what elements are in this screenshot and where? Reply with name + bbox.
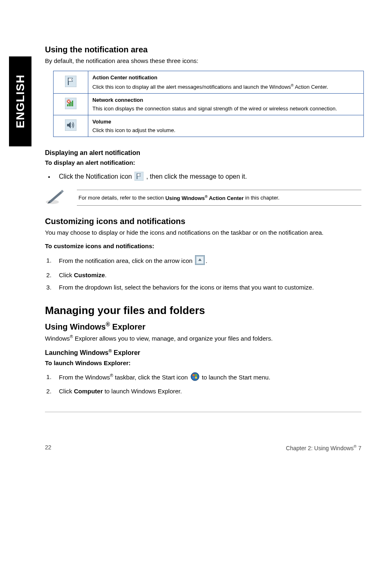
pen-note-icon bbox=[45, 189, 77, 207]
launch-heading: Launching Windows® Explorer bbox=[45, 348, 361, 357]
launch-sub: To launch Windows Explorer: bbox=[45, 359, 361, 366]
notification-icons-table: Action Center notification Click this ic… bbox=[53, 71, 364, 137]
svg-rect-17 bbox=[193, 374, 195, 376]
volume-desc: Click this icon to adjust the volume. bbox=[92, 127, 175, 133]
customize-heading: Customizing icons and notifications bbox=[45, 217, 361, 226]
launch-steps: From the Windows® taskbar, click the Sta… bbox=[45, 372, 361, 396]
table-row: Volume Click this icon to adjust the vol… bbox=[54, 115, 364, 137]
customize-sub: To customize icons and notifications: bbox=[45, 242, 361, 249]
action-center-desc-cell: Action Center notification Click this ic… bbox=[88, 71, 364, 93]
svg-rect-19 bbox=[193, 377, 195, 379]
svg-rect-6 bbox=[72, 101, 73, 106]
notification-area-heading: Using the notification area bbox=[45, 45, 361, 54]
action-center-title: Action Center notification bbox=[92, 74, 359, 81]
chapter-label: Chapter 2: Using Windows® 7 bbox=[286, 444, 361, 451]
action-center-icon-cell bbox=[54, 71, 88, 93]
list-item: From the Windows® taskbar, click the Sta… bbox=[53, 372, 361, 383]
volume-desc-cell: Volume Click this icon to adjust the vol… bbox=[88, 115, 364, 137]
bullet-icon bbox=[48, 176, 50, 178]
svg-rect-5 bbox=[70, 102, 72, 106]
language-tab-label: ENGLISH bbox=[14, 74, 27, 128]
footer-rule bbox=[45, 412, 361, 412]
note-text: For more details, refer to the section U… bbox=[77, 190, 361, 205]
network-title: Network connection bbox=[92, 97, 359, 103]
network-desc-cell: Network connection This icon displays th… bbox=[88, 93, 364, 115]
list-item: From the dropdown list, select the behav… bbox=[53, 283, 361, 292]
network-desc: This icon displays the connection status… bbox=[92, 105, 337, 112]
explorer-heading: Using Windows® Explorer bbox=[45, 321, 361, 332]
explorer-intro: Windows® Explorer allows you to view, ma… bbox=[45, 334, 361, 343]
network-icon bbox=[65, 98, 76, 109]
display-alert-sub: To display an alert notification: bbox=[45, 159, 361, 166]
customize-intro: You may choose to display or hide the ic… bbox=[45, 229, 361, 237]
arrow-up-icon bbox=[195, 255, 205, 267]
list-item: Click Computer to launch Windows Explore… bbox=[53, 387, 361, 395]
flag-icon bbox=[65, 76, 76, 87]
svg-rect-20 bbox=[195, 377, 197, 379]
table-row: Network connection This icon displays th… bbox=[54, 93, 364, 115]
flag-icon bbox=[134, 172, 143, 182]
volume-icon bbox=[65, 119, 76, 131]
note-row: For more details, refer to the section U… bbox=[45, 189, 361, 207]
managing-heading: Managing your files and folders bbox=[45, 304, 361, 317]
volume-icon-cell bbox=[54, 115, 88, 137]
volume-title: Volume bbox=[92, 119, 359, 125]
language-tab: ENGLISH bbox=[9, 56, 31, 146]
windows-start-icon bbox=[191, 372, 199, 383]
page-footer: 22 Chapter 2: Using Windows® 7 bbox=[45, 415, 361, 451]
display-alert-step: Click the Notification icon , then click… bbox=[45, 172, 361, 182]
list-item: From the notification area, click on the… bbox=[53, 255, 361, 267]
display-alert-heading: Displaying an alert notification bbox=[45, 149, 361, 157]
action-center-desc: Click this icon to display all the alert… bbox=[92, 84, 328, 90]
display-alert-step-text: Click the Notification icon , then click… bbox=[59, 172, 247, 182]
notification-area-intro: By default, the notification area shows … bbox=[45, 57, 361, 65]
svg-rect-4 bbox=[69, 103, 70, 106]
network-icon-cell bbox=[54, 93, 88, 115]
svg-rect-18 bbox=[195, 374, 197, 376]
customize-steps: From the notification area, click on the… bbox=[45, 255, 361, 292]
list-item: Click Customize. bbox=[53, 271, 361, 279]
table-row: Action Center notification Click this ic… bbox=[54, 71, 364, 93]
svg-rect-3 bbox=[67, 104, 68, 106]
page-number: 22 bbox=[45, 444, 52, 451]
